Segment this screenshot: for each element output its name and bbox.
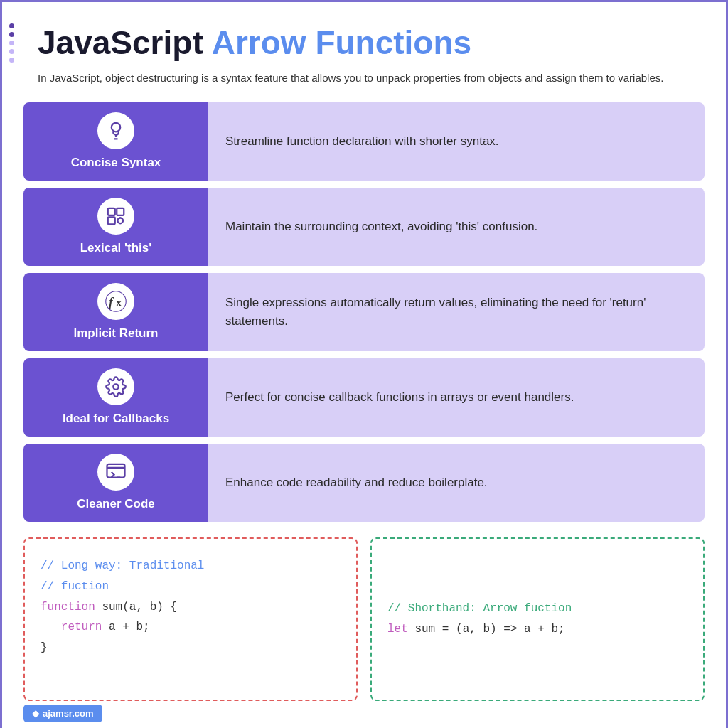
code-line-2: // fuction	[41, 577, 341, 597]
subtitle: In JavaScript, object destructuring is a…	[23, 70, 705, 87]
page-title-row: JavaScript Arrow Functions	[23, 23, 705, 62]
svg-rect-3	[108, 208, 115, 215]
footer: ◆ ajamsr.com	[23, 705, 102, 722]
feature-left-cleaner-code: Cleaner Code	[23, 444, 208, 522]
svg-rect-4	[117, 208, 124, 215]
feature-row-concise-syntax: Concise SyntaxStreamline function declar…	[23, 102, 705, 181]
feature-left-lexical-this: Lexical 'this'	[23, 188, 208, 266]
feature-icon-cleaner-code	[97, 454, 134, 491]
feature-left-concise-syntax: Concise Syntax	[23, 102, 208, 181]
feature-icon-concise-syntax	[97, 112, 134, 149]
feature-desc-implicit-return: Single expressions automatically return …	[208, 273, 705, 351]
svg-rect-11	[107, 464, 125, 478]
features-list: Concise SyntaxStreamline function declar…	[23, 102, 705, 522]
feature-desc-concise-syntax: Streamline function declaration with sho…	[208, 102, 705, 181]
svg-point-0	[112, 122, 121, 132]
feature-icon-ideal-callbacks	[97, 368, 134, 405]
feature-left-implicit-return: f x Implicit Return	[23, 273, 208, 351]
footer-logo-icon: ◆	[32, 708, 39, 719]
code-line-3: function sum(a, b) {	[41, 597, 341, 618]
code-line-1: // Long way: Traditional	[41, 556, 341, 577]
feature-icon-lexical-this	[97, 198, 134, 235]
feature-label-implicit-return: Implicit Return	[73, 326, 158, 341]
traditional-code-box: // Long way: Traditional // fuction func…	[23, 537, 358, 701]
feature-row-lexical-this: Lexical 'this'Maintain the surrounding c…	[23, 188, 705, 266]
svg-text:x: x	[117, 297, 122, 308]
title-black: JavaScript	[38, 23, 203, 62]
feature-row-ideal-callbacks: Ideal for CallbacksPerfect for concise c…	[23, 358, 705, 437]
feature-row-implicit-return: f x Implicit ReturnSingle expressions au…	[23, 273, 705, 351]
footer-text: ajamsr.com	[43, 708, 94, 719]
title-blue: Arrow Functions	[212, 23, 471, 62]
feature-label-concise-syntax: Concise Syntax	[71, 155, 161, 171]
feature-desc-ideal-callbacks: Perfect for concise callback functions i…	[208, 358, 705, 437]
feature-left-ideal-callbacks: Ideal for Callbacks	[23, 358, 208, 437]
feature-icon-implicit-return: f x	[97, 283, 134, 320]
code-section: // Long way: Traditional // fuction func…	[23, 537, 705, 701]
feature-desc-cleaner-code: Enhance code readability and reduce boil…	[208, 444, 705, 522]
arrow-code-box: // Shorthand: Arrow fuction let sum = (a…	[370, 537, 705, 701]
svg-rect-5	[108, 217, 115, 224]
code-line-5: }	[41, 638, 341, 658]
feature-label-lexical-this: Lexical 'this'	[80, 240, 152, 256]
feature-desc-lexical-this: Maintain the surrounding context, avoidi…	[208, 188, 705, 266]
svg-point-10	[113, 384, 119, 390]
arrow-code-line-2: let sum = (a, b) => a + b;	[387, 619, 687, 640]
code-line-4: return a + b;	[41, 617, 341, 638]
feature-row-cleaner-code: Cleaner CodeEnhance code readability and…	[23, 444, 705, 522]
arrow-code-line-1: // Shorthand: Arrow fuction	[387, 599, 687, 619]
feature-label-cleaner-code: Cleaner Code	[77, 496, 155, 512]
feature-label-ideal-callbacks: Ideal for Callbacks	[63, 411, 169, 427]
decorative-dots	[9, 23, 14, 63]
